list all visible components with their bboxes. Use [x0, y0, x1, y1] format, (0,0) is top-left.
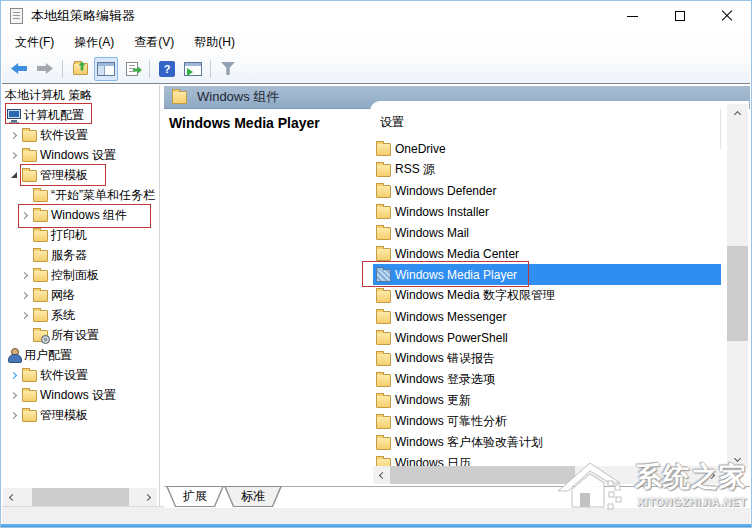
view-tab-label: 扩展 [167, 487, 223, 506]
tree-item-label: 软件设置 [40, 127, 88, 144]
back-button[interactable] [7, 57, 31, 81]
list-item[interactable]: Windows 错误报告 [373, 348, 721, 369]
scrollbar-thumb[interactable] [390, 466, 575, 484]
toolbar-separator [62, 60, 63, 78]
forward-button[interactable] [33, 57, 57, 81]
app-icon [10, 8, 23, 24]
folder-icon [376, 416, 391, 429]
tree-item[interactable]: 系统 [2, 305, 159, 325]
extended-view-title: Windows Media Player [169, 115, 320, 131]
settings-column-header[interactable]: 设置 [380, 114, 404, 131]
folder-icon [33, 310, 48, 322]
scroll-left-button[interactable] [3, 488, 20, 506]
up-one-level-button[interactable] [68, 57, 92, 81]
folder-icon [376, 143, 391, 156]
minimize-button[interactable] [609, 1, 656, 31]
scroll-up-button[interactable] [727, 104, 748, 121]
scroll-left-button[interactable] [373, 466, 390, 484]
up-one-level-icon [73, 63, 88, 75]
scroll-right-button[interactable] [704, 466, 721, 484]
list-item-label: Windows Installer [395, 205, 489, 219]
show-console-tree-button[interactable] [94, 57, 118, 81]
tree-item-label: 系统 [51, 307, 75, 324]
list-item[interactable]: RSS 源 [373, 159, 721, 180]
tree-item-label: 所有设置 [51, 327, 99, 344]
help-button[interactable] [155, 57, 179, 81]
menu-item[interactable]: 帮助(H) [184, 31, 245, 54]
list-horizontal-scrollbar[interactable] [373, 466, 721, 484]
list-item[interactable]: OneDrive [373, 138, 721, 159]
expand-arrow-icon[interactable] [19, 293, 30, 298]
expand-arrow-icon[interactable] [8, 413, 19, 418]
list-item[interactable]: Windows 可靠性分析 [373, 411, 721, 432]
main-area: 本地计算机 策略计算机配置软件设置Windows 设置管理模板“开始”菜单和任务… [2, 85, 750, 508]
scroll-right-button[interactable] [140, 488, 157, 506]
list-item[interactable]: Windows PowerShell [373, 327, 721, 348]
maximize-button[interactable] [656, 1, 703, 31]
list-vertical-scrollbar[interactable] [727, 104, 748, 468]
export-list-button[interactable] [120, 57, 144, 81]
tree-item[interactable]: “开始”菜单和任务栏 [2, 185, 159, 205]
scrollbar-thumb[interactable] [32, 488, 129, 506]
expand-arrow-icon[interactable] [8, 153, 19, 158]
expand-arrow-icon[interactable] [8, 133, 19, 138]
scrollbar-track[interactable] [20, 488, 140, 506]
menu-item[interactable]: 文件(F) [5, 31, 64, 54]
list-item[interactable]: Windows 客户体验改善计划 [373, 432, 721, 453]
folder-icon [33, 270, 48, 282]
list-item[interactable]: Windows 登录选项 [373, 369, 721, 390]
folder-icon [33, 290, 48, 302]
folder-icon [376, 311, 391, 324]
scrollbar-track[interactable] [390, 466, 704, 484]
tree-item[interactable]: 服务器 [2, 245, 159, 265]
close-icon [721, 10, 733, 22]
expand-arrow-icon[interactable] [19, 273, 30, 278]
tree-item-label: 本地计算机 策略 [5, 87, 92, 104]
list-item-label: Windows PowerShell [395, 331, 508, 345]
view-tab[interactable]: 扩展 [166, 486, 224, 507]
tree-item[interactable]: 控制面板 [2, 265, 159, 285]
tree-item[interactable]: 打印机 [2, 225, 159, 245]
folder-icon [376, 458, 391, 467]
tree-item[interactable]: 软件设置 [2, 365, 159, 385]
list-item[interactable]: Windows Mail [373, 222, 721, 243]
tree-item[interactable]: 软件设置 [2, 125, 159, 145]
list-item[interactable]: Windows 日历 [373, 453, 721, 466]
show-action-pane-button[interactable] [181, 57, 205, 81]
expand-arrow-icon[interactable] [8, 393, 19, 398]
menu-item[interactable]: 查看(V) [124, 31, 184, 54]
window-bottom-border [1, 524, 751, 527]
folder-icon [22, 390, 37, 402]
scrollbar-track[interactable] [727, 121, 748, 451]
tree-item[interactable]: 本地计算机 策略 [2, 85, 159, 105]
folder-icon [22, 410, 37, 422]
tree-item[interactable]: Windows 设置 [2, 145, 159, 165]
tree-item[interactable]: 所有设置 [2, 325, 159, 345]
chevron-left-icon [9, 493, 16, 500]
folder-icon [33, 230, 48, 242]
list-item-label: Windows 更新 [395, 392, 471, 409]
scrollbar-thumb[interactable] [727, 246, 748, 341]
list-item[interactable]: Windows Installer [373, 201, 721, 222]
tree-horizontal-scrollbar[interactable] [3, 488, 157, 506]
list-item[interactable]: Windows Messenger [373, 306, 721, 327]
list-item[interactable]: Windows Defender [373, 180, 721, 201]
tree-item[interactable]: 网络 [2, 285, 159, 305]
close-button[interactable] [703, 1, 750, 31]
menu-item[interactable]: 操作(A) [64, 31, 124, 54]
tree-item-label: Windows 设置 [40, 147, 116, 164]
list-item[interactable]: Windows Media 数字权限管理 [373, 285, 721, 306]
list-item-label: Windows Media Center [395, 247, 519, 261]
tree-item[interactable]: 管理模板 [2, 405, 159, 425]
scroll-down-button[interactable] [727, 451, 748, 468]
tree-item[interactable]: Windows 设置 [2, 385, 159, 405]
expand-arrow-icon[interactable] [19, 313, 30, 318]
view-tab[interactable]: 标准 [224, 486, 282, 507]
tree-item[interactable]: 用户配置 [2, 345, 159, 365]
folder-icon [376, 185, 391, 198]
expand-arrow-icon[interactable] [8, 373, 19, 378]
collapse-arrow-icon[interactable] [8, 172, 19, 178]
filter-button[interactable] [216, 57, 240, 81]
list-item[interactable]: Windows 更新 [373, 390, 721, 411]
folder-settings-icon [33, 330, 48, 342]
